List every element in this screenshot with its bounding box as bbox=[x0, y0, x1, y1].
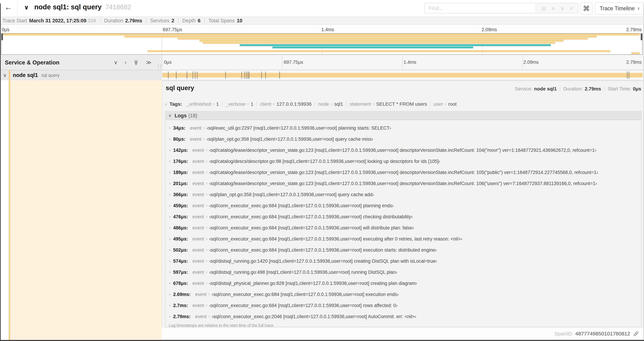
tag-key: _verbose bbox=[226, 101, 246, 107]
log-row[interactable]: ›597μs:event=‹sql/distsql_running.go:498… bbox=[165, 267, 641, 278]
log-chevron-right-icon[interactable]: › bbox=[169, 192, 170, 197]
span-name-cell[interactable]: ∨ node sql1 sql query bbox=[0, 70, 162, 80]
log-row[interactable]: ›486μs:event=‹sql/conn_executor_exec.go:… bbox=[165, 222, 641, 233]
collapse-one-icon[interactable]: ∨ bbox=[114, 59, 118, 66]
span-chevron-down-icon[interactable]: ∨ bbox=[3, 72, 7, 78]
log-row[interactable]: ›2.79ms:event=‹sql/conn_executor_exec.go… bbox=[165, 311, 641, 322]
overview-value: 0μs bbox=[633, 86, 641, 92]
log-chevron-right-icon[interactable]: › bbox=[169, 170, 170, 175]
tag-item[interactable]: user=root bbox=[434, 101, 457, 107]
collapse-all-icon[interactable]: ≫ bbox=[133, 60, 139, 65]
log-row[interactable]: ›176μs:event=‹sql/catalog/descs/descript… bbox=[165, 156, 641, 167]
log-row[interactable]: ›366μs:event=‹sql/plan_opt.go:358 [nsql1… bbox=[165, 189, 641, 200]
equals-sign: = bbox=[206, 148, 208, 152]
trace-title: node sql1: sql query bbox=[34, 3, 102, 11]
expand-one-icon[interactable]: › bbox=[125, 59, 126, 66]
log-row[interactable]: ›459μs:event=‹sql/conn_executor_exec.go:… bbox=[165, 200, 641, 211]
span-row[interactable]: ∨ node sql1 sql query bbox=[0, 70, 644, 80]
summary-divider bbox=[204, 18, 205, 23]
logs-chevron-down-icon[interactable]: ∨ bbox=[168, 113, 172, 118]
log-field-key: event bbox=[192, 225, 204, 231]
log-row[interactable]: ›476μs:event=‹sql/conn_executor_exec.go:… bbox=[165, 211, 641, 222]
log-chevron-right-icon[interactable]: › bbox=[169, 148, 170, 152]
tag-item[interactable]: _verbose=1 bbox=[226, 101, 254, 107]
log-chevron-right-icon[interactable]: › bbox=[169, 270, 170, 274]
log-field-key: event bbox=[192, 159, 204, 164]
log-chevron-right-icon[interactable]: › bbox=[169, 292, 170, 297]
tags-chevron-right-icon[interactable]: › bbox=[165, 102, 167, 107]
log-row[interactable]: ›34μs:event=‹sql/exec_util.go:2297 [nsql… bbox=[165, 123, 641, 134]
log-marker-tick bbox=[197, 72, 197, 79]
log-chevron-right-icon[interactable]: › bbox=[169, 214, 170, 219]
log-chevron-right-icon[interactable]: › bbox=[169, 314, 170, 319]
span-bar-cell[interactable] bbox=[162, 70, 644, 80]
trace-view-select[interactable]: Trace Timeline ∨ bbox=[595, 3, 644, 15]
log-chevron-right-icon[interactable]: › bbox=[169, 126, 170, 130]
log-timestamp: 201μs: bbox=[173, 181, 188, 186]
tag-item[interactable]: _unfinished=1 bbox=[186, 101, 219, 107]
log-chevron-right-icon[interactable]: › bbox=[169, 259, 170, 263]
equals-sign: = bbox=[206, 181, 208, 186]
log-chevron-right-icon[interactable]: › bbox=[169, 181, 170, 186]
log-chevron-right-icon[interactable]: › bbox=[169, 281, 170, 285]
log-row[interactable]: ›142μs:event=‹sql/catalog/lease/descript… bbox=[165, 145, 641, 156]
back-arrow-icon[interactable]: ← bbox=[4, 3, 12, 12]
log-chevron-right-icon[interactable]: › bbox=[169, 203, 170, 208]
log-row[interactable]: ›2.69ms:event=‹sql/conn_executor_exec.go… bbox=[165, 289, 641, 300]
tag-value: sql1 bbox=[334, 101, 343, 107]
tag-key: _unfinished bbox=[186, 101, 211, 107]
left-scrollbar[interactable] bbox=[0, 4, 1, 340]
minimap-canvas[interactable] bbox=[1, 33, 642, 55]
ruler-tick-label: 0μs bbox=[164, 60, 172, 65]
log-marker-tick bbox=[280, 72, 280, 79]
equals-sign: = bbox=[206, 281, 208, 285]
log-marker-tick bbox=[242, 72, 242, 79]
link-icon[interactable] bbox=[633, 330, 639, 337]
summary-value: 10 bbox=[237, 18, 242, 24]
equals-sign: = bbox=[206, 192, 208, 197]
equals-sign: = bbox=[212, 102, 215, 106]
log-row[interactable]: ›678μs:event=‹sql/distsql_physical_plann… bbox=[165, 278, 641, 289]
span-detail-accent bbox=[10, 80, 162, 340]
locate-icon[interactable]: ◎ bbox=[541, 5, 546, 11]
equals-sign: = bbox=[330, 102, 332, 106]
log-row[interactable]: ›502μs:event=‹sql/conn_executor_exec.go:… bbox=[165, 244, 641, 256]
find-input[interactable] bbox=[424, 3, 536, 14]
tag-item[interactable]: node=sql1 bbox=[318, 101, 343, 107]
keyboard-shortcuts-button[interactable]: ⌘ bbox=[580, 3, 592, 15]
log-row[interactable]: ›201μs:event=‹sql/catalog/lease/descript… bbox=[165, 178, 641, 189]
log-row[interactable]: ›80μs:event=‹sql/plan_opt.go:358 [nsql1,… bbox=[165, 134, 641, 145]
log-chevron-right-icon[interactable]: › bbox=[169, 237, 170, 241]
prev-match-icon[interactable]: ∧ bbox=[552, 5, 555, 11]
log-chevron-right-icon[interactable]: › bbox=[169, 137, 170, 141]
logs-list: ›34μs:event=‹sql/exec_util.go:2297 [nsql… bbox=[165, 120, 641, 322]
logs-header[interactable]: ∨ Logs (18) bbox=[165, 111, 641, 120]
clear-find-icon[interactable]: × bbox=[570, 5, 573, 11]
log-row[interactable]: ›495μs:event=‹sql/conn_executor_exec.go:… bbox=[165, 233, 641, 244]
summary-item: Total Spans10 bbox=[208, 18, 242, 24]
ruler-tick-label: 2.09ms bbox=[523, 60, 539, 65]
span-service-name: node sql1 bbox=[13, 72, 38, 78]
tag-divider bbox=[256, 102, 257, 107]
tag-item[interactable]: statement=SELECT * FROM users bbox=[350, 101, 427, 107]
log-chevron-right-icon[interactable]: › bbox=[169, 248, 170, 252]
expand-all-icon[interactable]: ≫ bbox=[146, 59, 152, 66]
log-chevron-right-icon[interactable]: › bbox=[169, 159, 170, 164]
minimap-left-scrubber[interactable] bbox=[2, 34, 3, 40]
span-duration-bar[interactable] bbox=[162, 73, 642, 78]
log-row[interactable]: ›189μs:event=‹sql/catalog/lease/descript… bbox=[165, 167, 641, 178]
tag-item[interactable]: client=127.0.0.1:59936 bbox=[260, 101, 312, 107]
log-chevron-right-icon[interactable]: › bbox=[169, 303, 170, 308]
log-field-key: event bbox=[190, 137, 201, 142]
log-chevron-right-icon[interactable]: › bbox=[169, 226, 170, 230]
minimap-right-scrubber[interactable] bbox=[641, 34, 642, 40]
log-row[interactable]: ›574μs:event=‹sql/distsql_running.go:142… bbox=[165, 256, 641, 267]
log-row[interactable]: ›2.7ms:event=‹sql/conn_executor_exec.go:… bbox=[165, 300, 641, 311]
next-match-icon[interactable]: ∨ bbox=[560, 5, 564, 11]
summary-item: Duration2.79ms bbox=[104, 18, 142, 24]
equals-sign: = bbox=[372, 102, 375, 106]
title-chevron-down-icon[interactable]: ∨ bbox=[24, 4, 29, 11]
tags-row[interactable]: › Tags: _unfinished=1_verbose=1client=12… bbox=[165, 101, 456, 107]
tag-value: 1 bbox=[251, 101, 254, 107]
column-resizer-grip[interactable] bbox=[158, 64, 161, 69]
